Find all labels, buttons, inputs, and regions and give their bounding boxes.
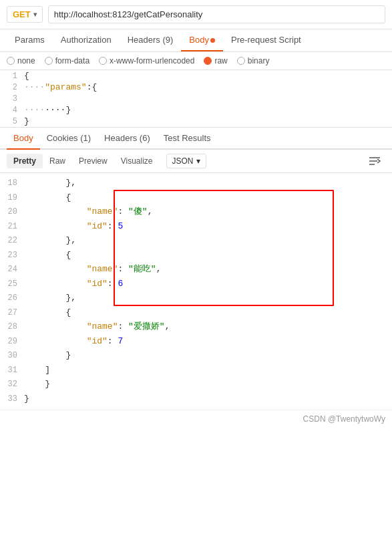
resp-tab-cookies[interactable]: Cookies (1) xyxy=(40,128,97,150)
json-line-31: 31 ] xyxy=(0,363,392,378)
url-bar: GET ▾ xyxy=(0,0,392,29)
body-dot xyxy=(210,38,215,43)
req-line-2: 2 ····"params":{ xyxy=(0,82,392,93)
view-tabs-bar: Pretty Raw Preview Visualize JSON ▾ xyxy=(0,150,392,173)
req-line-5: 5 } xyxy=(0,116,392,127)
view-tab-visualize[interactable]: Visualize xyxy=(114,154,160,168)
method-label: GET xyxy=(13,9,31,19)
request-body-editor[interactable]: 1 { 2 ····"params":{ 3 4 ········} 5 } xyxy=(0,70,392,128)
json-line-23: 23 { xyxy=(0,248,392,263)
view-tab-preview[interactable]: Preview xyxy=(72,154,114,168)
json-line-33: 33 } xyxy=(0,392,392,406)
json-line-21: 21 "id": 5 xyxy=(0,219,392,234)
wrap-icon[interactable] xyxy=(364,156,385,166)
json-line-24: 24 "name": "能吃", xyxy=(0,262,392,277)
tab-headers[interactable]: Headers (9) xyxy=(120,29,182,51)
json-line-30: 30 } xyxy=(0,348,392,363)
radio-none-circle xyxy=(7,57,15,65)
json-line-18: 18 }, xyxy=(0,176,392,190)
watermark: CSDN @TwentytwoWy xyxy=(0,410,392,428)
json-line-27: 27 { xyxy=(0,305,392,320)
radio-binary-circle xyxy=(237,57,245,65)
view-tab-raw[interactable]: Raw xyxy=(43,154,72,168)
json-line-20: 20 "name": "傻", xyxy=(0,204,392,219)
req-line-3: 3 xyxy=(0,93,392,104)
json-line-28: 28 "name": "爱撒娇", xyxy=(0,319,392,334)
resp-tab-body[interactable]: Body xyxy=(7,128,40,150)
radio-raw-circle xyxy=(204,57,212,65)
response-tabs: Body Cookies (1) Headers (6) Test Result… xyxy=(0,128,392,150)
radio-raw[interactable]: raw xyxy=(204,56,227,65)
json-line-29: 29 "id": 7 xyxy=(0,334,392,349)
req-line-4: 4 ········} xyxy=(0,104,392,116)
req-line-1: 1 { xyxy=(0,70,392,82)
radio-none[interactable]: none xyxy=(7,56,35,65)
tab-prerequest[interactable]: Pre-request Script xyxy=(223,29,309,51)
resp-tab-headers[interactable]: Headers (6) xyxy=(97,128,157,150)
body-type-bar: none form-data x-www-form-urlencoded raw… xyxy=(0,52,392,70)
radio-urlencoded-circle xyxy=(99,57,107,65)
wrap-svg xyxy=(368,156,381,166)
radio-form-data-circle xyxy=(45,57,53,65)
method-select[interactable]: GET ▾ xyxy=(7,6,43,23)
json-line-32: 32 } xyxy=(0,377,392,392)
view-tab-pretty[interactable]: Pretty xyxy=(7,154,43,168)
json-line-26: 26 }, xyxy=(0,291,392,305)
format-select[interactable]: JSON ▾ xyxy=(166,154,206,168)
radio-urlencoded[interactable]: x-www-form-urlencoded xyxy=(99,56,194,65)
tab-body[interactable]: Body xyxy=(181,29,223,51)
json-line-22: 22 }, xyxy=(0,233,392,248)
json-line-19: 19 { xyxy=(0,190,392,205)
json-response-body: 18 }, 19 { 20 "name": "傻", 21 "id": 5 22… xyxy=(0,173,392,408)
radio-binary[interactable]: binary xyxy=(237,56,270,65)
resp-tab-test-results[interactable]: Test Results xyxy=(157,128,218,150)
json-line-25: 25 "id": 6 xyxy=(0,277,392,291)
tab-authorization[interactable]: Authorization xyxy=(53,29,120,51)
url-input[interactable] xyxy=(48,5,385,23)
tab-params[interactable]: Params xyxy=(7,29,53,51)
radio-form-data[interactable]: form-data xyxy=(45,56,89,65)
method-chevron: ▾ xyxy=(33,11,37,18)
request-tabs: Params Authorization Headers (9) Body Pr… xyxy=(0,29,392,52)
